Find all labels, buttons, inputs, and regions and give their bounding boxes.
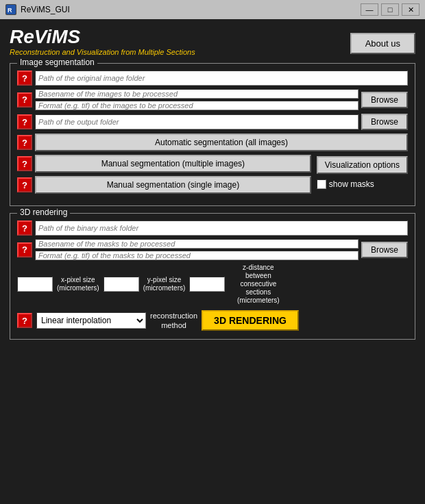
rendering3d-panel: 3D rendering ? ? Browse 1.000 x-pixel si… [10,213,415,340]
pixel-size-row: 1.000 x-pixel size(micrometers) 1.000 y-… [17,264,408,305]
reconstruction-row: ? Linear interpolation reconstructionmet… [17,310,408,331]
title-bar: R ReViMS_GUI — □ ✕ [0,0,425,19]
close-button[interactable]: ✕ [402,3,420,16]
image-segmentation-panel: Image segmentation ? ? Browse ? Browse ?… [10,63,415,206]
help-basename[interactable]: ? [17,92,32,108]
vis-options-button[interactable]: Visualization options [317,156,408,174]
help-mask-folder[interactable]: ? [17,220,32,236]
show-masks-area: show masks [317,179,374,189]
help-auto-seg[interactable]: ? [17,135,32,150]
auto-seg-row: ? Automatic segmentation (all images) [17,134,408,151]
mask-folder-row: ? [17,220,408,236]
rendering3d-title: 3D rendering [17,207,70,217]
mask-browse-button[interactable]: Browse [361,242,408,258]
mask-format-input[interactable] [35,251,359,260]
output-folder-row: ? Browse [17,114,408,130]
manual-multi-row: ? Manual segmentation (multiple images) [17,155,311,173]
image-segmentation-title: Image segmentation [17,58,97,67]
interpolation-select[interactable]: Linear interpolation [36,312,146,329]
ypixel-input[interactable]: 1.000 [104,277,139,292]
xpixel-label: x-pixel size(micrometers) [57,276,99,292]
output-folder-input[interactable] [35,114,359,129]
app-logo: ReViMS [10,26,195,48]
svg-text:R: R [8,7,12,14]
manual-single-button[interactable]: Manual segmentation (single image) [35,176,311,194]
show-masks-label: show masks [329,179,374,189]
manual-buttons-area: ? Manual segmentation (multiple images) … [17,155,311,197]
help-output-folder[interactable]: ? [17,114,32,129]
main-content: ReViMS Reconstruction and Visualization … [0,19,425,504]
browse1-button[interactable]: Browse [361,92,408,108]
basename-format-group [35,89,359,110]
help-manual-multi[interactable]: ? [17,156,32,171]
show-masks-checkbox[interactable] [317,179,326,189]
zdist-label: z-distance betweenconsecutive sections(m… [229,264,287,305]
ypixel-label: y-pixel size(micrometers) [143,276,186,292]
help-original-folder[interactable]: ? [17,71,32,86]
header: ReViMS Reconstruction and Visualization … [10,26,415,56]
help-mask-basename[interactable]: ? [17,242,32,257]
maximize-button[interactable]: □ [381,3,399,16]
mask-folder-input[interactable] [35,220,408,236]
window-title: ReViMS_GUI [21,5,356,14]
minimize-button[interactable]: — [361,3,378,16]
zpixel-input[interactable]: 1.000 [189,277,225,292]
help-manual-single[interactable]: ? [17,177,32,192]
window-controls: — □ ✕ [361,3,420,16]
help-reconstruction[interactable]: ? [17,313,32,328]
basename-format-row: ? Browse [17,89,408,110]
original-folder-input[interactable] [35,71,408,86]
logo-area: ReViMS Reconstruction and Visualization … [10,26,195,56]
mask-basename-format-row: ? Browse [17,239,408,260]
manual-multi-button[interactable]: Manual segmentation (multiple images) [35,155,311,173]
mask-basename-input[interactable] [35,239,359,249]
about-button[interactable]: About us [350,33,415,54]
mask-basename-format-group [35,239,359,260]
basename-input[interactable] [35,89,359,99]
app-icon: R [5,4,16,15]
xpixel-input[interactable]: 1.000 [17,277,53,292]
vis-options-area: Visualization options show masks [317,155,408,189]
auto-seg-button[interactable]: Automatic segmentation (all images) [35,134,408,151]
browse2-button[interactable]: Browse [361,114,408,130]
manual-single-row: ? Manual segmentation (single image) [17,176,311,194]
format-input[interactable] [35,101,359,110]
reconstruction-method-label: reconstructionmethod [150,311,197,331]
render3d-button[interactable]: 3D RENDERING [202,310,299,331]
original-folder-row: ? [17,71,408,86]
app-subtitle: Reconstruction and Visualization from Mu… [10,48,195,56]
